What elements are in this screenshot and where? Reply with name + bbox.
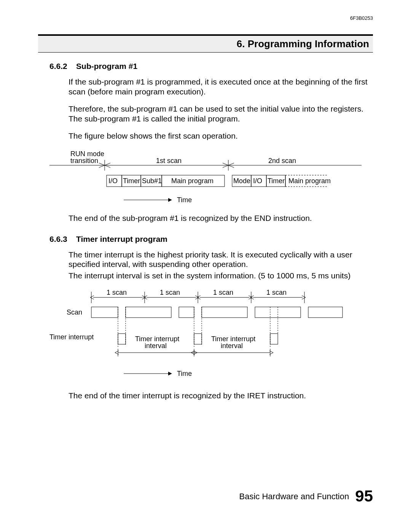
label-1-scan: 1 scan bbox=[266, 289, 287, 296]
section-body: The end of the sub-program #1 is recogni… bbox=[38, 209, 373, 223]
figure-timer-interrupt: text { font-family: Arial, Helvetica, sa… bbox=[49, 288, 362, 387]
paragraph: Therefore, the sub-program #1 can be use… bbox=[68, 104, 373, 123]
label-1-scan: 1 scan bbox=[107, 289, 127, 296]
label-time: Time bbox=[177, 196, 192, 204]
page: 6F3B0253 6. Programming Information 6.6.… bbox=[0, 0, 411, 532]
page-footer: Basic Hardware and Function 95 bbox=[239, 487, 373, 505]
svg-rect-32 bbox=[308, 307, 342, 318]
label-1-scan: 1 scan bbox=[213, 289, 233, 296]
scan2-boxes: Mode I/O Timer Main program bbox=[232, 175, 331, 187]
label-1st-scan: 1st scan bbox=[156, 157, 182, 165]
label-timer: Timer bbox=[123, 177, 140, 185]
svg-rect-27 bbox=[91, 307, 118, 318]
label-ti-interval: Timer interrupt bbox=[211, 335, 255, 343]
section-heading: 6.6.3 Timer interrupt program bbox=[38, 235, 373, 244]
document-id: 6F3B0253 bbox=[350, 15, 373, 21]
svg-rect-28 bbox=[126, 307, 171, 318]
label-io: I/O bbox=[253, 177, 262, 185]
paragraph: The end of the sub-program #1 is recogni… bbox=[68, 213, 373, 223]
section-662: 6.6.2 Sub-program #1 If the sub-program … bbox=[38, 62, 373, 141]
section-number: 6.6.2 bbox=[49, 62, 67, 70]
paragraph: The timer interrupt is the highest prior… bbox=[68, 250, 373, 269]
label-timer: Timer bbox=[268, 177, 285, 185]
footer-text: Basic Hardware and Function bbox=[239, 492, 349, 501]
label-main-program: Main program bbox=[288, 177, 331, 185]
chapter-title: 6. Programming Information bbox=[38, 36, 373, 52]
figure-first-scan: text { font-family: Arial, Helvetica, sa… bbox=[49, 149, 362, 209]
scan-spans: 1 scan 1 scan 1 scan 1 scan bbox=[91, 289, 304, 303]
label-ti-interval: Timer interrupt bbox=[135, 335, 179, 343]
section-title: Sub-program #1 bbox=[76, 62, 137, 70]
svg-rect-29 bbox=[179, 307, 194, 318]
svg-rect-41 bbox=[270, 334, 278, 344]
svg-rect-40 bbox=[194, 334, 202, 344]
label-mode: Mode bbox=[233, 177, 250, 185]
label-main-program: Main program bbox=[171, 177, 213, 185]
section-body: The end of the timer interrupt is recogn… bbox=[38, 387, 373, 401]
paragraph: The interrupt interval is set in the sys… bbox=[68, 271, 373, 281]
paragraph: The end of the timer interrupt is recogn… bbox=[68, 391, 373, 401]
label-io: I/O bbox=[108, 177, 118, 185]
svg-rect-30 bbox=[202, 307, 247, 318]
section-heading: 6.6.2 Sub-program #1 bbox=[38, 62, 373, 71]
section-body: The timer interrupt is the highest prior… bbox=[38, 244, 373, 281]
label-timer-interrupt: Timer interrupt bbox=[49, 333, 94, 341]
label-2nd-scan: 2nd scan bbox=[268, 157, 296, 165]
label-scan: Scan bbox=[67, 308, 82, 316]
label-ti-interval: interval bbox=[221, 342, 243, 350]
svg-rect-39 bbox=[118, 334, 126, 344]
scan-boxes bbox=[91, 307, 342, 318]
label-ti-interval: interval bbox=[145, 342, 167, 350]
chapter-bar: 6. Programming Information bbox=[38, 34, 373, 53]
section-number: 6.6.3 bbox=[49, 235, 67, 243]
scan1-boxes: I/O Timer Sub#1 Main program bbox=[107, 175, 225, 187]
section-body: If the sub-program #1 is programmed, it … bbox=[38, 71, 373, 141]
label-run-mode: RUN mode bbox=[70, 150, 104, 158]
section-title: Timer interrupt program bbox=[76, 235, 167, 243]
label-time: Time bbox=[177, 370, 192, 377]
label-sub1: Sub#1 bbox=[142, 177, 162, 185]
paragraph: If the sub-program #1 is programmed, it … bbox=[68, 77, 373, 96]
label-1-scan: 1 scan bbox=[160, 289, 180, 296]
page-number: 95 bbox=[355, 487, 373, 505]
label-transition: transition bbox=[70, 157, 98, 165]
section-663: 6.6.3 Timer interrupt program The timer … bbox=[38, 235, 373, 281]
paragraph: The figure below shows the first scan op… bbox=[68, 131, 373, 141]
